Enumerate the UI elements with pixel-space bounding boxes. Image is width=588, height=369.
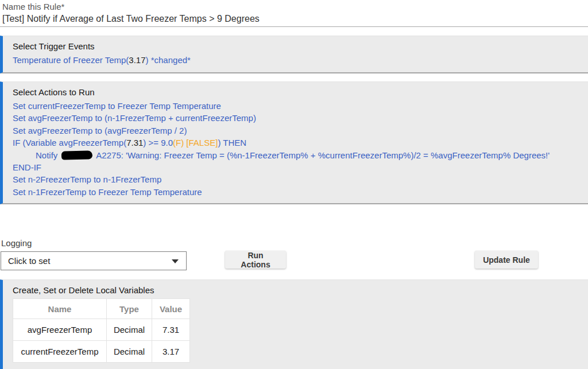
- if-eval-result: (F) [FALSE]: [173, 138, 218, 147]
- variable-name-cell: avgFreezerTemp: [13, 319, 107, 341]
- action-item-set-n1frezertemp[interactable]: Set n-1FrezerTemp to Freezer Temp Temper…: [13, 186, 581, 198]
- trigger-event-value: 3.17: [129, 55, 145, 65]
- local-variables-title: Create, Set or Delete Local Variables: [13, 285, 581, 295]
- table-row[interactable]: currentFreezerTemp Decimal 3.17: [13, 341, 190, 363]
- action-item-notify[interactable]: NotifyA2275: 'Warning: Freezer Temp = (%…: [13, 149, 581, 161]
- local-variables-table: Name Type Value avgFreezerTemp Decimal 7…: [13, 298, 190, 363]
- if-text: IF (Variable avgFreezerTemp(: [13, 138, 126, 147]
- table-header-type: Type: [107, 299, 152, 319]
- trigger-section-title: Select Trigger Events: [13, 41, 581, 51]
- table-header-value: Value: [152, 299, 190, 319]
- trigger-events-section: Select Trigger Events Temperature of Fre…: [0, 36, 588, 73]
- if-comparison: ) >= 9.0: [143, 138, 173, 147]
- run-actions-button[interactable]: Run Actions: [225, 251, 286, 269]
- action-item-set-n2freezertemp[interactable]: Set n-2FreezerTemp to n-1FrezerTemp: [13, 173, 581, 185]
- variable-value-cell: 3.17: [152, 341, 190, 363]
- action-item-set-currentfreezertemp[interactable]: Set currentFreezerTemp to Freezer Temp T…: [13, 100, 581, 112]
- if-variable-value: 7.31: [126, 138, 143, 147]
- logging-label: Logging: [1, 238, 32, 248]
- trigger-event-suffix: ) *changed*: [146, 55, 191, 65]
- action-item-end-if[interactable]: END-IF: [13, 161, 581, 173]
- if-then-text: ) THEN: [218, 138, 246, 147]
- redacted-text-blob: [61, 150, 92, 160]
- rule-name-label: Name this Rule*: [2, 2, 64, 11]
- variable-type-cell: Decimal: [107, 341, 152, 363]
- rule-name-input[interactable]: [Test] Notify if Average of Last Two Fre…: [2, 14, 582, 24]
- notify-message: A2275: 'Warning: Freezer Temp = (%n-1Fre…: [96, 150, 550, 160]
- variable-name-cell: currentFreezerTemp: [13, 341, 107, 363]
- variable-value-cell: 7.31: [152, 319, 190, 341]
- logging-dropdown-value: Click to set: [8, 256, 50, 266]
- trigger-event-item[interactable]: Temperature of Freezer Temp(3.17) *chang…: [13, 54, 581, 66]
- table-row[interactable]: avgFreezerTemp Decimal 7.31: [13, 319, 190, 341]
- table-header-row: Name Type Value: [13, 299, 190, 319]
- table-header-name: Name: [13, 299, 107, 319]
- action-item-if-condition[interactable]: IF (Variable avgFreezerTemp(7.31) >= 9.0…: [13, 137, 581, 149]
- local-variables-section: Create, Set or Delete Local Variables Na…: [0, 279, 588, 369]
- variable-type-cell: Decimal: [107, 319, 152, 341]
- actions-section: Select Actions to Run Set currentFreezer…: [0, 81, 588, 204]
- action-item-set-avgfreezertemp-sum[interactable]: Set avgFreezerTemp to (n-1FrezerTemp + c…: [13, 112, 581, 124]
- action-item-set-avgfreezertemp-div[interactable]: Set avgFreezerTemp to (avgFreezerTemp / …: [13, 125, 581, 137]
- update-rule-button[interactable]: Update Rule: [475, 251, 538, 269]
- logging-dropdown[interactable]: Click to set: [1, 251, 187, 270]
- actions-section-title: Select Actions to Run: [13, 87, 581, 97]
- chevron-down-icon: [172, 259, 179, 263]
- notify-prefix: Notify: [36, 150, 57, 160]
- trigger-event-text: Temperature of Freezer Temp(: [13, 55, 129, 65]
- rule-name-input-underline: [0, 26, 588, 27]
